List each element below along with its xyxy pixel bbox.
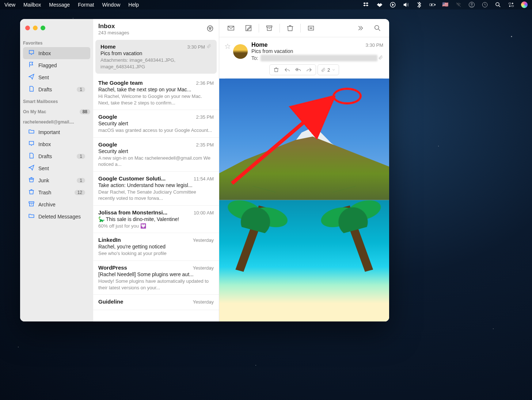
send-icon — [28, 164, 35, 172]
inbox-icon — [28, 140, 35, 148]
message-header: Home 3:30 PM Pics from vacation To: — [219, 37, 389, 63]
reply-all-action[interactable] — [293, 65, 303, 74]
svg-rect-2 — [435, 4, 436, 5]
sidebar-item-drafts-acct[interactable]: Drafts 1 — [23, 150, 90, 162]
sidebar-item-trash[interactable]: Trash 12 — [23, 186, 90, 198]
message-item[interactable]: Google2:35 PMSecurity alertA new sign-in… — [93, 138, 219, 172]
sidebar-item-junk[interactable]: Junk 1 — [23, 174, 90, 186]
message-item[interactable]: LinkedInYesterdayRachel, you're getting … — [93, 233, 219, 261]
trash-icon — [28, 188, 35, 196]
sidebar-item-deleted[interactable]: Deleted Messages — [23, 210, 90, 222]
message-item[interactable]: Google Customer Soluti...11:54 AMTake ac… — [93, 172, 219, 206]
clock-icon[interactable] — [482, 1, 488, 8]
message-sender: Home — [100, 43, 187, 50]
message-time: 2:35 PM — [196, 142, 214, 148]
sidebar-item-drafts[interactable]: Drafts 1 — [23, 83, 90, 95]
archive-icon — [28, 201, 35, 208]
account-heading[interactable]: racheleneedell@gmail.... — [20, 118, 93, 126]
search-button[interactable] — [369, 22, 385, 35]
search-icon[interactable] — [495, 1, 501, 8]
svg-point-7 — [496, 3, 499, 6]
sidebar-item-label: Drafts — [38, 87, 52, 92]
filter-button[interactable] — [206, 25, 214, 34]
message-list[interactable]: Home3:30 PMPics from vacationAttachments… — [93, 38, 219, 321]
svg-point-12 — [509, 5, 510, 7]
message-subject: Security alert — [98, 121, 214, 126]
volume-icon[interactable] — [403, 1, 409, 8]
flag-us-icon[interactable]: 🇺🇸 — [442, 1, 449, 8]
paperclip-icon — [206, 43, 212, 49]
message-time: Yesterday — [193, 265, 214, 271]
control-center-icon[interactable] — [508, 1, 514, 8]
message-time: 2:36 PM — [196, 80, 214, 86]
fullscreen-window-button[interactable] — [41, 26, 45, 30]
message-preview: macOS was granted access to your Google … — [98, 127, 214, 134]
message-sender: Jolissa from MonsterInsi... — [98, 209, 194, 216]
compose-button[interactable] — [240, 22, 256, 35]
junk-icon — [28, 176, 35, 184]
forward-action[interactable] — [304, 65, 314, 74]
siri-icon[interactable] — [521, 1, 528, 8]
message-time: 3:30 PM — [187, 44, 205, 50]
macos-menubar: View Mailbox Message Format Window Help … — [0, 0, 532, 9]
attachment-image-1[interactable] — [219, 79, 389, 200]
star-icon[interactable] — [224, 43, 231, 50]
mailbox-count: 243 messages — [98, 30, 129, 35]
sidebar-item-important[interactable]: Important — [23, 126, 90, 138]
sidebar-item-archive[interactable]: Archive — [23, 198, 90, 210]
message-time: 11:54 AM — [194, 176, 214, 182]
dropbox-icon[interactable] — [363, 1, 370, 8]
menu-help[interactable]: Help — [128, 2, 139, 8]
user-circle-icon[interactable] — [468, 1, 475, 8]
delete-button[interactable] — [282, 22, 298, 35]
message-subject: Pics from vacation — [251, 48, 383, 54]
menu-view[interactable]: View — [4, 2, 15, 8]
bluetooth-icon[interactable] — [416, 1, 422, 8]
message-subject: Rachel, you're getting noticed — [98, 244, 214, 249]
trash-action[interactable] — [271, 65, 281, 74]
attachment-image-2[interactable] — [219, 200, 389, 322]
message-item[interactable]: WordPressYesterday[Rachel Needell] Some … — [93, 261, 219, 295]
status-icon[interactable] — [376, 1, 383, 8]
on-my-mac-badge: 88 — [80, 109, 90, 114]
menu-message[interactable]: Message — [49, 2, 70, 8]
sidebar-item-inbox-acct[interactable]: Inbox — [23, 138, 90, 150]
message-preview: Dear Rachel, The Senate Judiciary Commit… — [98, 189, 214, 202]
message-item[interactable]: GuidelineYesterday — [93, 295, 219, 310]
menu-window[interactable]: Window — [102, 2, 121, 8]
reply-action[interactable] — [282, 65, 292, 74]
menu-mailbox[interactable]: Mailbox — [23, 2, 41, 8]
message-list-pane: Inbox 243 messages Home3:30 PMPics from … — [93, 19, 219, 321]
paperclip-icon — [378, 55, 383, 60]
menu-format[interactable]: Format — [78, 2, 94, 8]
message-preview: Attachments: image_6483441.JPG, image_64… — [100, 57, 212, 70]
file-icon — [28, 85, 35, 93]
junk-button[interactable] — [303, 22, 319, 35]
message-item[interactable]: Home3:30 PMPics from vacationAttachments… — [95, 40, 217, 74]
attachments-dropdown[interactable]: 2 — [318, 64, 339, 75]
battery-icon[interactable] — [429, 1, 436, 8]
close-window-button[interactable] — [25, 26, 30, 30]
favorites-heading: Favorites — [20, 39, 93, 47]
message-item[interactable]: The Google team2:36 PMRachel, take the n… — [93, 76, 219, 110]
message-sender: LinkedIn — [98, 237, 193, 243]
sidebar-item-inbox[interactable]: Inbox — [23, 47, 90, 59]
wifi-off-icon[interactable] — [455, 1, 462, 8]
svg-rect-13 — [29, 202, 34, 203]
envelope-button[interactable] — [223, 22, 239, 35]
sidebar-item-sent[interactable]: Sent — [23, 71, 90, 83]
play-circle-icon[interactable] — [390, 1, 396, 8]
message-subject: 🦕 This sale is dino-mite, Valentine! — [98, 216, 214, 222]
sidebar-item-flagged[interactable]: Flagged — [23, 59, 90, 71]
drafts-acct-badge: 1 — [77, 154, 85, 159]
message-item[interactable]: Jolissa from MonsterInsi...10:00 AM🦕 Thi… — [93, 206, 219, 233]
sidebar-item-sent-acct[interactable]: Sent — [23, 162, 90, 174]
message-sender: Google — [98, 114, 196, 120]
avatar — [233, 44, 248, 59]
mail-window: Favorites Inbox Flagged Sent Drafts 1 Sm… — [20, 19, 389, 321]
minimize-window-button[interactable] — [33, 26, 38, 30]
from-name: Home — [251, 42, 267, 48]
more-chevrons-button[interactable] — [352, 22, 368, 35]
message-item[interactable]: Google2:35 PMSecurity alertmacOS was gra… — [93, 110, 219, 138]
archive-button[interactable] — [261, 22, 277, 35]
